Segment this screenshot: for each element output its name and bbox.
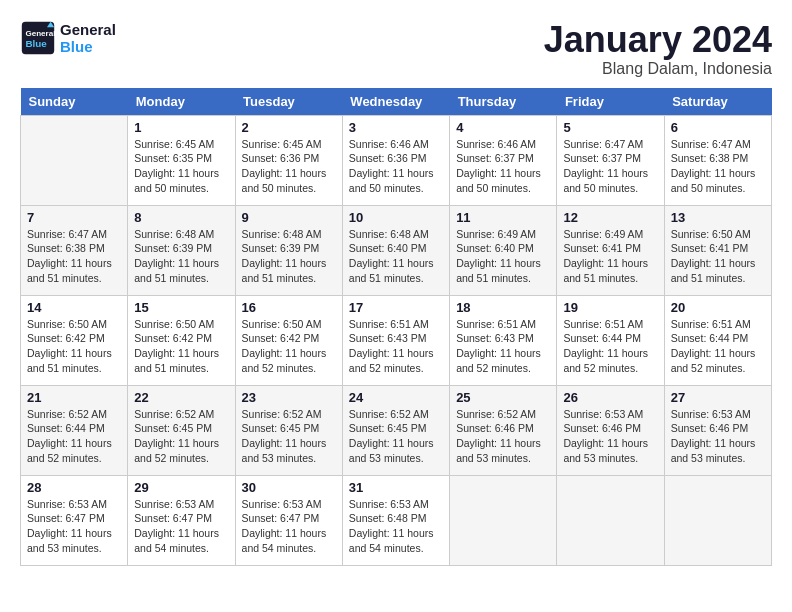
day-info: Sunrise: 6:48 AMSunset: 6:39 PMDaylight:… — [242, 227, 336, 286]
calendar-cell: 18Sunrise: 6:51 AMSunset: 6:43 PMDayligh… — [450, 295, 557, 385]
weekday-header-thursday: Thursday — [450, 88, 557, 116]
day-info: Sunrise: 6:45 AMSunset: 6:36 PMDaylight:… — [242, 137, 336, 196]
calendar-cell: 1Sunrise: 6:45 AMSunset: 6:35 PMDaylight… — [128, 115, 235, 205]
day-number: 31 — [349, 480, 443, 495]
calendar-cell: 31Sunrise: 6:53 AMSunset: 6:48 PMDayligh… — [342, 475, 449, 565]
day-info: Sunrise: 6:47 AMSunset: 6:37 PMDaylight:… — [563, 137, 657, 196]
day-number: 6 — [671, 120, 765, 135]
calendar-cell: 3Sunrise: 6:46 AMSunset: 6:36 PMDaylight… — [342, 115, 449, 205]
calendar-cell: 10Sunrise: 6:48 AMSunset: 6:40 PMDayligh… — [342, 205, 449, 295]
calendar-cell: 2Sunrise: 6:45 AMSunset: 6:36 PMDaylight… — [235, 115, 342, 205]
day-number: 8 — [134, 210, 228, 225]
weekday-header-sunday: Sunday — [21, 88, 128, 116]
calendar-cell: 5Sunrise: 6:47 AMSunset: 6:37 PMDaylight… — [557, 115, 664, 205]
day-info: Sunrise: 6:52 AMSunset: 6:45 PMDaylight:… — [242, 407, 336, 466]
calendar-cell — [557, 475, 664, 565]
day-number: 9 — [242, 210, 336, 225]
day-number: 7 — [27, 210, 121, 225]
calendar-cell: 29Sunrise: 6:53 AMSunset: 6:47 PMDayligh… — [128, 475, 235, 565]
calendar-cell: 8Sunrise: 6:48 AMSunset: 6:39 PMDaylight… — [128, 205, 235, 295]
subtitle: Blang Dalam, Indonesia — [544, 60, 772, 78]
logo: General Blue General Blue — [20, 20, 116, 56]
weekday-header-friday: Friday — [557, 88, 664, 116]
day-info: Sunrise: 6:50 AMSunset: 6:42 PMDaylight:… — [242, 317, 336, 376]
logo-icon: General Blue — [20, 20, 56, 56]
calendar-cell: 12Sunrise: 6:49 AMSunset: 6:41 PMDayligh… — [557, 205, 664, 295]
day-info: Sunrise: 6:51 AMSunset: 6:43 PMDaylight:… — [456, 317, 550, 376]
calendar-cell — [664, 475, 771, 565]
calendar-week-row: 1Sunrise: 6:45 AMSunset: 6:35 PMDaylight… — [21, 115, 772, 205]
day-info: Sunrise: 6:47 AMSunset: 6:38 PMDaylight:… — [671, 137, 765, 196]
day-info: Sunrise: 6:50 AMSunset: 6:42 PMDaylight:… — [27, 317, 121, 376]
calendar-table: SundayMondayTuesdayWednesdayThursdayFrid… — [20, 88, 772, 566]
calendar-cell: 7Sunrise: 6:47 AMSunset: 6:38 PMDaylight… — [21, 205, 128, 295]
calendar-cell: 4Sunrise: 6:46 AMSunset: 6:37 PMDaylight… — [450, 115, 557, 205]
calendar-cell: 17Sunrise: 6:51 AMSunset: 6:43 PMDayligh… — [342, 295, 449, 385]
day-number: 16 — [242, 300, 336, 315]
day-info: Sunrise: 6:45 AMSunset: 6:35 PMDaylight:… — [134, 137, 228, 196]
day-info: Sunrise: 6:46 AMSunset: 6:36 PMDaylight:… — [349, 137, 443, 196]
day-number: 20 — [671, 300, 765, 315]
day-info: Sunrise: 6:53 AMSunset: 6:47 PMDaylight:… — [242, 497, 336, 556]
calendar-cell: 15Sunrise: 6:50 AMSunset: 6:42 PMDayligh… — [128, 295, 235, 385]
calendar-cell — [450, 475, 557, 565]
day-info: Sunrise: 6:53 AMSunset: 6:48 PMDaylight:… — [349, 497, 443, 556]
day-number: 26 — [563, 390, 657, 405]
weekday-header-saturday: Saturday — [664, 88, 771, 116]
calendar-cell: 19Sunrise: 6:51 AMSunset: 6:44 PMDayligh… — [557, 295, 664, 385]
day-number: 10 — [349, 210, 443, 225]
calendar-cell — [21, 115, 128, 205]
day-number: 22 — [134, 390, 228, 405]
calendar-cell: 22Sunrise: 6:52 AMSunset: 6:45 PMDayligh… — [128, 385, 235, 475]
calendar-cell: 20Sunrise: 6:51 AMSunset: 6:44 PMDayligh… — [664, 295, 771, 385]
logo-text: General Blue — [60, 21, 116, 55]
day-number: 23 — [242, 390, 336, 405]
day-number: 21 — [27, 390, 121, 405]
day-number: 1 — [134, 120, 228, 135]
day-number: 11 — [456, 210, 550, 225]
day-number: 5 — [563, 120, 657, 135]
day-info: Sunrise: 6:49 AMSunset: 6:41 PMDaylight:… — [563, 227, 657, 286]
title-section: January 2024 Blang Dalam, Indonesia — [544, 20, 772, 78]
day-number: 28 — [27, 480, 121, 495]
calendar-week-row: 21Sunrise: 6:52 AMSunset: 6:44 PMDayligh… — [21, 385, 772, 475]
main-title: January 2024 — [544, 20, 772, 60]
day-info: Sunrise: 6:48 AMSunset: 6:40 PMDaylight:… — [349, 227, 443, 286]
calendar-cell: 6Sunrise: 6:47 AMSunset: 6:38 PMDaylight… — [664, 115, 771, 205]
day-number: 27 — [671, 390, 765, 405]
calendar-cell: 28Sunrise: 6:53 AMSunset: 6:47 PMDayligh… — [21, 475, 128, 565]
day-info: Sunrise: 6:50 AMSunset: 6:41 PMDaylight:… — [671, 227, 765, 286]
day-info: Sunrise: 6:52 AMSunset: 6:46 PMDaylight:… — [456, 407, 550, 466]
calendar-cell: 26Sunrise: 6:53 AMSunset: 6:46 PMDayligh… — [557, 385, 664, 475]
day-number: 25 — [456, 390, 550, 405]
day-number: 14 — [27, 300, 121, 315]
day-info: Sunrise: 6:53 AMSunset: 6:46 PMDaylight:… — [563, 407, 657, 466]
weekday-header-monday: Monday — [128, 88, 235, 116]
calendar-week-row: 14Sunrise: 6:50 AMSunset: 6:42 PMDayligh… — [21, 295, 772, 385]
day-number: 13 — [671, 210, 765, 225]
day-info: Sunrise: 6:49 AMSunset: 6:40 PMDaylight:… — [456, 227, 550, 286]
day-info: Sunrise: 6:53 AMSunset: 6:46 PMDaylight:… — [671, 407, 765, 466]
day-info: Sunrise: 6:52 AMSunset: 6:45 PMDaylight:… — [349, 407, 443, 466]
weekday-header-tuesday: Tuesday — [235, 88, 342, 116]
svg-text:General: General — [25, 29, 55, 38]
calendar-cell: 11Sunrise: 6:49 AMSunset: 6:40 PMDayligh… — [450, 205, 557, 295]
day-info: Sunrise: 6:51 AMSunset: 6:43 PMDaylight:… — [349, 317, 443, 376]
calendar-cell: 14Sunrise: 6:50 AMSunset: 6:42 PMDayligh… — [21, 295, 128, 385]
day-info: Sunrise: 6:52 AMSunset: 6:45 PMDaylight:… — [134, 407, 228, 466]
day-info: Sunrise: 6:51 AMSunset: 6:44 PMDaylight:… — [671, 317, 765, 376]
day-number: 12 — [563, 210, 657, 225]
day-info: Sunrise: 6:50 AMSunset: 6:42 PMDaylight:… — [134, 317, 228, 376]
day-number: 4 — [456, 120, 550, 135]
calendar-header-row: SundayMondayTuesdayWednesdayThursdayFrid… — [21, 88, 772, 116]
calendar-cell: 13Sunrise: 6:50 AMSunset: 6:41 PMDayligh… — [664, 205, 771, 295]
day-info: Sunrise: 6:48 AMSunset: 6:39 PMDaylight:… — [134, 227, 228, 286]
day-number: 30 — [242, 480, 336, 495]
calendar-cell: 25Sunrise: 6:52 AMSunset: 6:46 PMDayligh… — [450, 385, 557, 475]
day-number: 15 — [134, 300, 228, 315]
calendar-cell: 27Sunrise: 6:53 AMSunset: 6:46 PMDayligh… — [664, 385, 771, 475]
day-info: Sunrise: 6:46 AMSunset: 6:37 PMDaylight:… — [456, 137, 550, 196]
calendar-cell: 16Sunrise: 6:50 AMSunset: 6:42 PMDayligh… — [235, 295, 342, 385]
calendar-week-row: 28Sunrise: 6:53 AMSunset: 6:47 PMDayligh… — [21, 475, 772, 565]
svg-text:Blue: Blue — [25, 38, 47, 49]
